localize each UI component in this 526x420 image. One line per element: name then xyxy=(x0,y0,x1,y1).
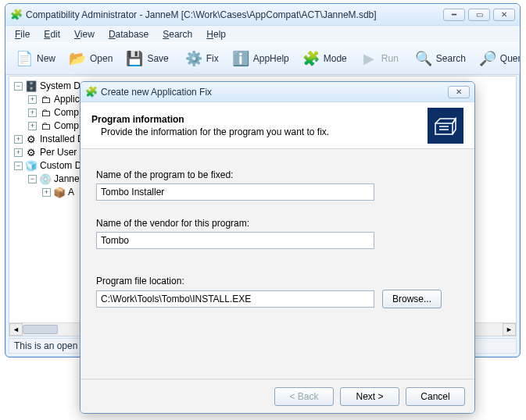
menu-file[interactable]: File xyxy=(9,27,36,41)
menu-database[interactable]: Database xyxy=(102,27,155,41)
search-icon: 🔍 xyxy=(414,49,433,68)
menu-edit[interactable]: Edit xyxy=(38,27,66,41)
mode-icon: 🧩 xyxy=(302,49,320,68)
folder-icon: 🗀 xyxy=(39,120,52,133)
toolbar-search[interactable]: 🔍Search xyxy=(410,47,471,70)
database-icon: 🗄️ xyxy=(25,80,38,93)
scroll-right-button[interactable]: ► xyxy=(503,323,516,336)
folder-icon: 🗀 xyxy=(39,107,52,119)
svg-rect-0 xyxy=(435,123,453,134)
maximize-button[interactable]: ▭ xyxy=(468,9,490,21)
toolbar-save[interactable]: 💾Save xyxy=(120,47,173,70)
label-vendor: Name of the vendor for this program: xyxy=(96,218,459,229)
gear-icon: ⚙ xyxy=(25,147,38,159)
collapse-icon[interactable]: − xyxy=(14,162,23,170)
box-icon: 📦 xyxy=(53,187,66,199)
dialog-header: Program information Provide the informat… xyxy=(81,102,474,149)
app-icon: 🧩 xyxy=(10,9,23,21)
menu-search[interactable]: Search xyxy=(156,27,199,41)
toolbar-mode[interactable]: 🧩Mode xyxy=(297,47,352,70)
cancel-button[interactable]: Cancel xyxy=(406,387,465,406)
dialog-titlebar[interactable]: 🧩 Create new Application Fix ✕ xyxy=(81,82,474,102)
input-program-name[interactable] xyxy=(96,183,374,201)
dialog-close-button[interactable]: ✕ xyxy=(448,86,470,98)
toolbar-fix[interactable]: ⚙️Fix xyxy=(180,47,224,70)
scroll-thumb[interactable] xyxy=(23,325,58,334)
menubar: File Edit View Database Search Help xyxy=(5,26,520,42)
toolbar-run: ▶Run xyxy=(355,47,403,70)
folder-icon: 🗀 xyxy=(39,94,52,106)
query-icon: 🔎 xyxy=(478,49,497,68)
run-icon: ▶ xyxy=(360,49,378,68)
create-fix-dialog: 🧩 Create new Application Fix ✕ Program i… xyxy=(80,81,475,414)
expand-icon[interactable]: + xyxy=(14,135,23,144)
toolbar-open[interactable]: 📂Open xyxy=(63,47,117,70)
back-button: < Back xyxy=(274,387,334,406)
label-location: Program file location: xyxy=(96,276,459,287)
collapse-icon[interactable]: − xyxy=(14,82,23,91)
new-icon: 📄 xyxy=(15,49,34,68)
scroll-left-button[interactable]: ◄ xyxy=(9,323,23,336)
apphelp-icon: ℹ️ xyxy=(231,49,250,68)
expand-icon[interactable]: + xyxy=(42,188,51,197)
cube-icon: 🧊 xyxy=(25,160,38,173)
dialog-subheading: Provide the information for the program … xyxy=(101,126,418,137)
save-icon: 💾 xyxy=(125,49,144,68)
open-icon: 📂 xyxy=(68,49,87,68)
label-program-name: Name of the program to be fixed: xyxy=(96,169,459,180)
close-button[interactable]: ✕ xyxy=(493,9,515,21)
next-button[interactable]: Next > xyxy=(340,387,399,406)
disc-icon: 💿 xyxy=(39,173,52,186)
expand-icon[interactable]: + xyxy=(14,148,23,157)
dialog-heading: Program information xyxy=(91,114,418,125)
status-text: This is an open w xyxy=(14,340,87,351)
minimize-button[interactable]: ━ xyxy=(443,9,465,21)
dialog-body: Name of the program to be fixed: Name of… xyxy=(81,149,474,379)
collapse-icon[interactable]: − xyxy=(28,175,37,183)
expand-icon[interactable]: + xyxy=(28,122,37,130)
menu-view[interactable]: View xyxy=(68,27,101,41)
dialog-icon: 🧩 xyxy=(85,86,98,98)
titlebar[interactable]: 🧩 Compatibility Administrator - JanneM [… xyxy=(5,4,520,26)
menu-help[interactable]: Help xyxy=(200,27,232,41)
toolbar-apphelp[interactable]: ℹ️AppHelp xyxy=(227,47,294,70)
toolbar-new[interactable]: 📄New xyxy=(10,47,60,70)
dialog-footer: < Back Next > Cancel xyxy=(81,379,474,413)
window-title: Compatibility Administrator - JanneM [C:… xyxy=(26,9,443,20)
input-location[interactable] xyxy=(96,290,374,308)
wizard-icon xyxy=(428,108,463,144)
gear-icon: ⚙ xyxy=(25,133,38,146)
input-vendor[interactable] xyxy=(96,232,374,249)
expand-icon[interactable]: + xyxy=(28,95,37,104)
toolbar-query[interactable]: 🔎Query xyxy=(474,47,521,70)
browse-button[interactable]: Browse... xyxy=(382,290,442,308)
fix-icon: ⚙️ xyxy=(184,49,203,68)
expand-icon[interactable]: + xyxy=(28,109,37,117)
toolbar: 📄New 📂Open 💾Save ⚙️Fix ℹ️AppHelp 🧩Mode ▶… xyxy=(5,42,520,75)
dialog-title: Create new Application Fix xyxy=(101,87,448,98)
